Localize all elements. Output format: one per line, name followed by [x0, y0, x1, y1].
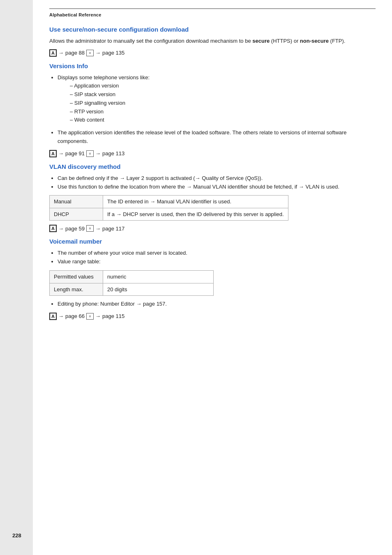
body-text-secure-config: Allows the administrator to manually set…: [49, 37, 376, 45]
section-heading-secure-config: Use secure/non-secure configuration down…: [49, 26, 376, 33]
section-voicemail: Voicemail number The number of where you…: [49, 238, 376, 320]
table-cell-voicemail-permitted-val: numeric: [103, 271, 214, 283]
sidebar-strip: [0, 0, 33, 555]
list-item-versions-app-id: The application version identifies the r…: [58, 129, 376, 146]
section-secure-config: Use secure/non-secure configuration down…: [49, 26, 376, 57]
page: 228 Alphabetical Reference Use secure/no…: [0, 0, 392, 555]
ref-line-vlan: A → page 59 ≡ → page 117: [49, 225, 376, 232]
ref-page-versions-2: page 113: [102, 150, 125, 157]
ref-page-secure-1: page 88: [65, 50, 85, 56]
section-heading-versions-info: Versions Info: [49, 62, 376, 69]
arrow-vlan-manual-id: →: [150, 198, 155, 205]
table-cell-vlan-manual-key: Manual: [50, 196, 103, 208]
doc-icon-vlan: ≡: [86, 225, 94, 232]
table-cell-voicemail-permitted-key: Permitted values: [50, 271, 103, 283]
sub-item-sip-signalling: SIP signalling version: [70, 99, 376, 108]
header-label: Alphabetical Reference: [49, 12, 101, 17]
arrow-vlan-dhcp: →: [116, 211, 122, 217]
bold-secure: secure: [252, 38, 270, 44]
list-item-voicemail-number: The number of where your voice mail serv…: [58, 249, 376, 258]
bold-non-secure: non-secure: [300, 38, 329, 44]
ref-page-secure-2: page 135: [102, 50, 125, 56]
list-item-versions-displays: Displays some telephone versions like: A…: [58, 74, 376, 125]
arrow-vlan-layer2: →: [120, 175, 125, 181]
doc-icon-voicemail: ≡: [86, 313, 94, 320]
table-row-vlan-dhcp: DHCP If a → DHCP server is used, then th…: [50, 208, 288, 221]
content-area: Alphabetical Reference Use secure/non-se…: [33, 0, 392, 350]
ref-page-versions-1: page 91: [65, 150, 85, 157]
list-item-vlan-defined: Can be defined only if the → Layer 2 sup…: [58, 174, 376, 183]
arrow-vlan-2: →: [95, 226, 101, 232]
section-heading-voicemail: Voicemail number: [49, 238, 376, 245]
a-icon-vlan: A: [49, 225, 57, 232]
arrow-vlan-1: →: [58, 226, 64, 232]
ref-page-voicemail-1: page 66: [65, 313, 85, 319]
sub-item-web-content: Web content: [70, 116, 376, 124]
section-heading-vlan: VLAN discovery method: [49, 163, 376, 170]
table-row-voicemail-length: Length max. 20 digits: [50, 283, 214, 296]
versions-sub-list: Application version SIP stack version SI…: [66, 82, 376, 124]
voicemail-editing-list: Editing by phone: Number Editor → page 1…: [58, 300, 376, 309]
a-icon-versions: A: [49, 150, 57, 157]
list-item-voicemail-editing: Editing by phone: Number Editor → page 1…: [58, 300, 376, 309]
arrow-voicemail-editor: →: [136, 301, 142, 307]
arrow-secure-1: →: [58, 50, 64, 56]
table-row-voicemail-permitted: Permitted values numeric: [50, 271, 214, 283]
voicemail-bullet-list: The number of where your voice mail serv…: [58, 249, 376, 266]
sub-item-sip-stack: SIP stack version: [70, 90, 376, 99]
doc-icon-versions: ≡: [86, 150, 94, 157]
header-section: Alphabetical Reference: [49, 8, 376, 18]
ref-page-vlan-2: page 117: [102, 226, 125, 232]
sub-item-app-version: Application version: [70, 82, 376, 90]
ref-page-voicemail-2: page 115: [102, 313, 125, 319]
arrow-versions-1: →: [58, 150, 64, 157]
versions-bullet-list: Displays some telephone versions like: A…: [58, 74, 376, 146]
voicemail-table: Permitted values numeric Length max. 20 …: [49, 270, 214, 296]
arrow-voicemail-1: →: [58, 313, 64, 319]
table-cell-vlan-manual-val: The ID entered in → Manual VLAN identifi…: [103, 196, 288, 208]
list-item-voicemail-range: Value range table:: [58, 258, 376, 266]
doc-icon-secure: ≡: [86, 50, 94, 56]
sub-item-rtp-version: RTP version: [70, 108, 376, 116]
section-vlan-discovery: VLAN discovery method Can be defined onl…: [49, 163, 376, 233]
table-row-vlan-manual: Manual The ID entered in → Manual VLAN i…: [50, 196, 288, 208]
vlan-bullet-list: Can be defined only if the → Layer 2 sup…: [58, 174, 376, 191]
arrow-voicemail-2: →: [95, 313, 101, 319]
a-icon-voicemail: A: [49, 313, 57, 320]
arrow-secure-2: →: [95, 50, 101, 56]
vlan-table: Manual The ID entered in → Manual VLAN i…: [49, 195, 288, 221]
list-item-vlan-use: Use this function to define the location…: [58, 183, 376, 191]
arrow-vlan-manual: →: [187, 184, 192, 190]
arrow-vlan-qos: →: [195, 175, 201, 181]
ref-page-vlan-1: page 59: [65, 226, 85, 232]
table-cell-voicemail-length-key: Length max.: [50, 283, 103, 296]
a-icon-secure: A: [49, 49, 57, 57]
ref-line-secure-config: A → page 88 ≡ → page 135: [49, 49, 376, 57]
ref-line-versions: A → page 91 ≡ → page 113: [49, 150, 376, 157]
table-cell-vlan-dhcp-val: If a → DHCP server is used, then the ID …: [103, 208, 288, 221]
arrow-versions-2: →: [95, 150, 101, 157]
ref-line-voicemail: A → page 66 ≡ → page 115: [49, 313, 376, 320]
table-cell-vlan-dhcp-key: DHCP: [50, 208, 103, 221]
arrow-vlan-vlan: →: [299, 184, 304, 190]
section-versions-info: Versions Info Displays some telephone ve…: [49, 62, 376, 157]
page-number: 228: [12, 532, 21, 539]
table-cell-voicemail-length-val: 20 digits: [103, 283, 214, 296]
